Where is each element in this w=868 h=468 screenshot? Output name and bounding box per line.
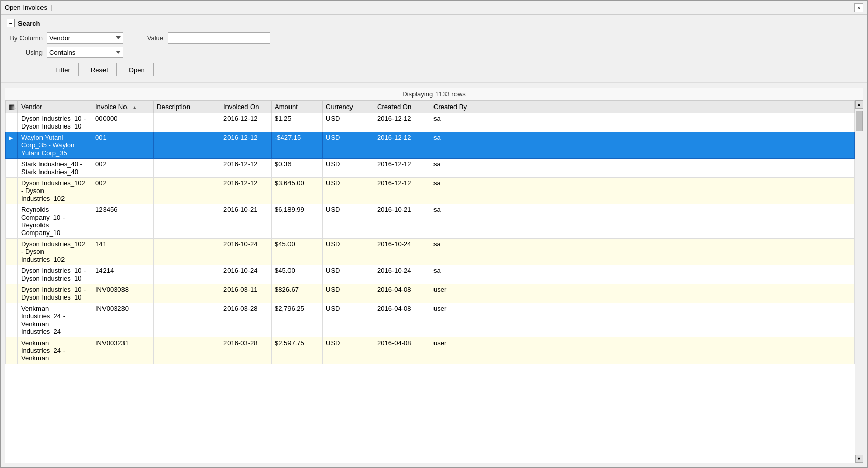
table-row[interactable]: Reynolds Company_10 - Reynolds Company_1… — [6, 204, 855, 239]
by-column-select[interactable]: Vendor Invoice No. Description Invoiced … — [47, 32, 123, 44]
description-header-label: Description — [157, 103, 190, 111]
description-cell — [154, 303, 220, 337]
table-row[interactable]: Dyson Industries_10 - Dyson Industries_1… — [6, 284, 855, 303]
row-arrow-cell — [6, 159, 18, 178]
table-body: Dyson Industries_10 - Dyson Industries_1… — [6, 113, 855, 364]
invoice-no-cell: 002 — [92, 178, 154, 204]
created-by-cell: sa — [430, 265, 855, 284]
amount-cell: $2,597.75 — [272, 337, 323, 364]
scroll-up-button[interactable]: ▲ — [855, 100, 863, 109]
row-arrow-cell: ▶ — [6, 132, 18, 159]
row-arrow-cell — [6, 204, 18, 239]
invoices-table: ▦ Vendor Invoice No. ▲ Description — [5, 100, 855, 364]
col-header-description[interactable]: Description — [154, 101, 220, 113]
grid-status: Displaying 1133 rows — [5, 88, 863, 100]
using-select[interactable]: Contains Equals Starts With Ends With — [47, 47, 123, 58]
table-row[interactable]: Dyson Industries_10 - Dyson Industries_1… — [6, 265, 855, 284]
amount-cell: $1.25 — [272, 113, 323, 132]
description-cell — [154, 239, 220, 265]
invoiced-on-cell: 2016-03-28 — [220, 337, 272, 364]
invoiced-on-cell: 2016-03-11 — [220, 284, 272, 303]
row-arrow-cell — [6, 178, 18, 204]
value-label: Value — [128, 34, 163, 42]
grid-body-wrapper: ▦ Vendor Invoice No. ▲ Description — [5, 100, 863, 463]
amount-cell: $0.36 — [272, 159, 323, 178]
col-header-created-on[interactable]: Created On — [374, 101, 430, 113]
vertical-scrollbar[interactable]: ▲ ▼ — [855, 100, 863, 463]
table-header-row: ▦ Vendor Invoice No. ▲ Description — [6, 101, 855, 113]
created-by-cell: sa — [430, 178, 855, 204]
col-header-invoiced-on[interactable]: Invoiced On — [220, 101, 272, 113]
grid-table-area[interactable]: ▦ Vendor Invoice No. ▲ Description — [5, 100, 855, 463]
table-row[interactable]: Dyson Industries_10 - Dyson Industries_1… — [6, 113, 855, 132]
currency-cell: USD — [323, 159, 374, 178]
amount-cell: $6,189.99 — [272, 204, 323, 239]
currency-cell: USD — [323, 239, 374, 265]
created-on-cell: 2016-04-08 — [374, 337, 430, 364]
invoice-no-cell: INV003231 — [92, 337, 154, 364]
filter-button[interactable]: Filter — [47, 63, 79, 76]
invoiced-on-cell: 2016-10-21 — [220, 204, 272, 239]
invoiced-on-cell: 2016-10-24 — [220, 265, 272, 284]
table-row[interactable]: Venkman Industries_24 - VenkmanINV003231… — [6, 337, 855, 364]
description-cell — [154, 204, 220, 239]
by-column-label: By Column — [7, 34, 43, 42]
row-arrow-cell — [6, 337, 18, 364]
vendor-cell: Venkman Industries_24 - Venkman Industri… — [18, 303, 92, 337]
description-cell — [154, 113, 220, 132]
created-on-cell: 2016-12-12 — [374, 159, 430, 178]
description-cell — [154, 337, 220, 364]
col-header-currency[interactable]: Currency — [323, 101, 374, 113]
invoice-no-cell: 141 — [92, 239, 154, 265]
grid-icon: ▦ — [9, 103, 18, 111]
scroll-down-button[interactable]: ▼ — [855, 455, 863, 463]
table-row[interactable]: Venkman Industries_24 - Venkman Industri… — [6, 303, 855, 337]
currency-cell: USD — [323, 337, 374, 364]
created-on-cell: 2016-10-24 — [374, 265, 430, 284]
table-row[interactable]: Dyson Industries_102 - Dyson Industries_… — [6, 178, 855, 204]
created-by-cell: sa — [430, 239, 855, 265]
table-row[interactable]: ▶Waylon Yutani Corp_35 - Waylon Yutani C… — [6, 132, 855, 159]
created-by-header-label: Created By — [433, 103, 467, 111]
using-label: Using — [7, 49, 43, 56]
col-header-invoice-no[interactable]: Invoice No. ▲ — [92, 101, 154, 113]
row-arrow-cell — [6, 239, 18, 265]
table-row[interactable]: Stark Industries_40 - Stark Industries_4… — [6, 159, 855, 178]
value-input[interactable] — [168, 32, 270, 44]
created-on-cell: 2016-10-21 — [374, 204, 430, 239]
table-row[interactable]: Dyson Industries_102 - Dyson Industries_… — [6, 239, 855, 265]
row-arrow-cell — [6, 303, 18, 337]
title-bar-left: Open Invoices | — [5, 4, 52, 11]
col-header-vendor[interactable]: Vendor — [18, 101, 92, 113]
search-header: − Search — [7, 19, 861, 27]
invoice-no-cell: 001 — [92, 132, 154, 159]
amount-cell: $3,645.00 — [272, 178, 323, 204]
created-on-cell: 2016-04-08 — [374, 284, 430, 303]
vendor-cell: Dyson Industries_102 - Dyson Industries_… — [18, 178, 92, 204]
col-header-amount[interactable]: Amount — [272, 101, 323, 113]
amount-cell: $826.67 — [272, 284, 323, 303]
created-on-cell: 2016-10-24 — [374, 239, 430, 265]
open-button[interactable]: Open — [120, 63, 154, 76]
created-by-cell: sa — [430, 132, 855, 159]
invoice-no-cell: 14214 — [92, 265, 154, 284]
amount-cell: $45.00 — [272, 239, 323, 265]
close-button[interactable]: × — [854, 3, 863, 12]
collapse-search-button[interactable]: − — [7, 19, 15, 27]
description-cell — [154, 159, 220, 178]
title-bar: Open Invoices | × — [1, 1, 867, 15]
row-arrow-cell — [6, 265, 18, 284]
created-by-cell: user — [430, 303, 855, 337]
row-arrow-icon: ▶ — [9, 135, 13, 141]
created-by-cell: sa — [430, 159, 855, 178]
col-header-created-by[interactable]: Created By — [430, 101, 855, 113]
sort-arrow-icon: ▲ — [132, 104, 137, 110]
created-on-cell: 2016-12-12 — [374, 113, 430, 132]
grid-section: Displaying 1133 rows — [5, 88, 863, 463]
scroll-thumb[interactable] — [856, 111, 863, 131]
reset-button[interactable]: Reset — [82, 63, 117, 76]
vendor-cell: Stark Industries_40 - Stark Industries_4… — [18, 159, 92, 178]
vendor-cell: Waylon Yutani Corp_35 - Waylon Yutani Co… — [18, 132, 92, 159]
by-column-row: By Column Vendor Invoice No. Description… — [7, 32, 861, 44]
vendor-cell: Venkman Industries_24 - Venkman — [18, 337, 92, 364]
